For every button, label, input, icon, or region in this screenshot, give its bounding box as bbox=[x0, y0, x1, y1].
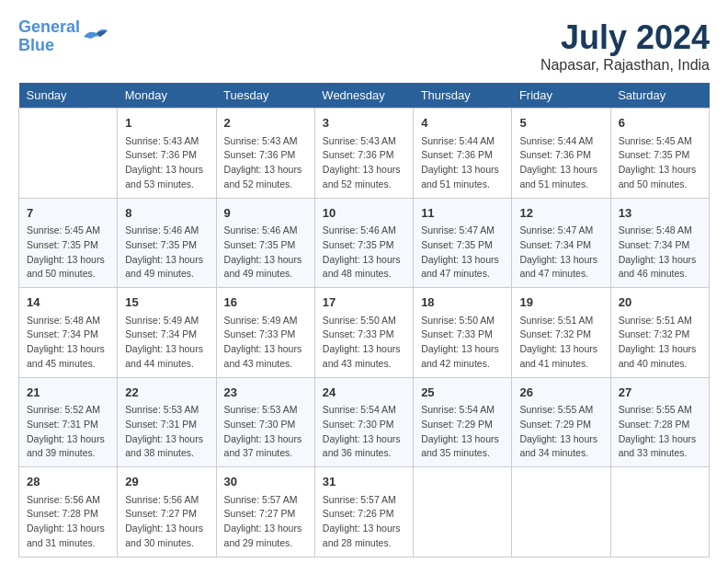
day-number: 30 bbox=[224, 473, 307, 491]
week-row-2: 7Sunrise: 5:45 AM Sunset: 7:35 PM Daylig… bbox=[19, 198, 710, 288]
day-content: Sunrise: 5:51 AM Sunset: 7:32 PM Dayligh… bbox=[619, 314, 701, 372]
day-content: Sunrise: 5:48 AM Sunset: 7:34 PM Dayligh… bbox=[27, 314, 109, 372]
day-number: 19 bbox=[519, 293, 602, 312]
day-number: 6 bbox=[619, 114, 701, 132]
day-content: Sunrise: 5:57 AM Sunset: 7:27 PM Dayligh… bbox=[224, 493, 307, 551]
day-number: 17 bbox=[323, 293, 405, 312]
header-cell-tuesday: Tuesday bbox=[216, 83, 314, 109]
day-number: 20 bbox=[619, 293, 701, 312]
day-content: Sunrise: 5:45 AM Sunset: 7:35 PM Dayligh… bbox=[27, 224, 109, 282]
page-subtitle: Napasar, Rajasthan, India bbox=[540, 57, 710, 74]
calendar-cell: 18Sunrise: 5:50 AM Sunset: 7:33 PM Dayli… bbox=[414, 288, 512, 378]
day-number: 24 bbox=[323, 384, 405, 402]
calendar-cell: 16Sunrise: 5:49 AM Sunset: 7:33 PM Dayli… bbox=[216, 288, 314, 378]
day-number: 13 bbox=[619, 204, 701, 223]
calendar-header-row: SundayMondayTuesdayWednesdayThursdayFrid… bbox=[19, 83, 710, 109]
day-content: Sunrise: 5:55 AM Sunset: 7:28 PM Dayligh… bbox=[619, 403, 701, 461]
calendar-cell: 29Sunrise: 5:56 AM Sunset: 7:27 PM Dayli… bbox=[118, 467, 216, 557]
week-row-3: 14Sunrise: 5:48 AM Sunset: 7:34 PM Dayli… bbox=[19, 288, 710, 378]
day-number: 8 bbox=[125, 204, 208, 223]
page-header: General Blue July 2024 Napasar, Rajastha… bbox=[18, 18, 710, 74]
calendar-cell: 2Sunrise: 5:43 AM Sunset: 7:36 PM Daylig… bbox=[216, 109, 314, 199]
day-number: 27 bbox=[619, 384, 701, 402]
day-number: 10 bbox=[323, 204, 405, 223]
calendar-cell bbox=[19, 109, 118, 199]
calendar-cell: 14Sunrise: 5:48 AM Sunset: 7:34 PM Dayli… bbox=[19, 288, 118, 378]
day-content: Sunrise: 5:46 AM Sunset: 7:35 PM Dayligh… bbox=[125, 224, 208, 282]
day-content: Sunrise: 5:54 AM Sunset: 7:30 PM Dayligh… bbox=[323, 403, 405, 461]
header-cell-monday: Monday bbox=[118, 83, 216, 109]
calendar-cell: 27Sunrise: 5:55 AM Sunset: 7:28 PM Dayli… bbox=[610, 377, 709, 467]
day-content: Sunrise: 5:46 AM Sunset: 7:35 PM Dayligh… bbox=[323, 224, 405, 282]
calendar-cell bbox=[512, 467, 610, 557]
calendar-table: SundayMondayTuesdayWednesdayThursdayFrid… bbox=[18, 83, 710, 557]
calendar-body: 1Sunrise: 5:43 AM Sunset: 7:36 PM Daylig… bbox=[19, 109, 710, 557]
header-cell-thursday: Thursday bbox=[414, 83, 512, 109]
day-content: Sunrise: 5:44 AM Sunset: 7:36 PM Dayligh… bbox=[421, 134, 504, 192]
day-content: Sunrise: 5:54 AM Sunset: 7:29 PM Dayligh… bbox=[421, 403, 504, 461]
day-number: 4 bbox=[421, 114, 504, 132]
day-content: Sunrise: 5:43 AM Sunset: 7:36 PM Dayligh… bbox=[125, 134, 208, 192]
day-content: Sunrise: 5:53 AM Sunset: 7:31 PM Dayligh… bbox=[125, 403, 208, 461]
day-content: Sunrise: 5:50 AM Sunset: 7:33 PM Dayligh… bbox=[421, 314, 504, 372]
calendar-cell: 15Sunrise: 5:49 AM Sunset: 7:34 PM Dayli… bbox=[118, 288, 216, 378]
calendar-cell: 9Sunrise: 5:46 AM Sunset: 7:35 PM Daylig… bbox=[216, 198, 314, 288]
day-number: 1 bbox=[125, 114, 208, 132]
day-number: 21 bbox=[27, 384, 109, 402]
header-cell-wednesday: Wednesday bbox=[314, 83, 413, 109]
day-number: 23 bbox=[224, 384, 307, 402]
day-content: Sunrise: 5:47 AM Sunset: 7:34 PM Dayligh… bbox=[519, 224, 602, 282]
day-number: 7 bbox=[27, 204, 109, 223]
day-number: 18 bbox=[421, 293, 504, 312]
calendar-cell: 31Sunrise: 5:57 AM Sunset: 7:26 PM Dayli… bbox=[314, 467, 413, 557]
calendar-cell: 21Sunrise: 5:52 AM Sunset: 7:31 PM Dayli… bbox=[19, 377, 118, 467]
day-number: 5 bbox=[519, 114, 602, 132]
week-row-1: 1Sunrise: 5:43 AM Sunset: 7:36 PM Daylig… bbox=[19, 109, 710, 199]
calendar-cell: 19Sunrise: 5:51 AM Sunset: 7:32 PM Dayli… bbox=[512, 288, 610, 378]
calendar-cell: 24Sunrise: 5:54 AM Sunset: 7:30 PM Dayli… bbox=[314, 377, 413, 467]
page-title: July 2024 bbox=[540, 18, 710, 57]
day-content: Sunrise: 5:47 AM Sunset: 7:35 PM Dayligh… bbox=[421, 224, 504, 282]
day-number: 11 bbox=[421, 204, 504, 223]
header-cell-friday: Friday bbox=[512, 83, 610, 109]
calendar-cell: 26Sunrise: 5:55 AM Sunset: 7:29 PM Dayli… bbox=[512, 377, 610, 467]
week-row-5: 28Sunrise: 5:56 AM Sunset: 7:28 PM Dayli… bbox=[19, 467, 710, 557]
day-number: 12 bbox=[519, 204, 602, 223]
day-content: Sunrise: 5:57 AM Sunset: 7:26 PM Dayligh… bbox=[323, 493, 405, 551]
day-number: 9 bbox=[224, 204, 307, 223]
calendar-cell: 11Sunrise: 5:47 AM Sunset: 7:35 PM Dayli… bbox=[414, 198, 512, 288]
day-number: 3 bbox=[323, 114, 405, 132]
calendar-cell: 12Sunrise: 5:47 AM Sunset: 7:34 PM Dayli… bbox=[512, 198, 610, 288]
calendar-cell: 1Sunrise: 5:43 AM Sunset: 7:36 PM Daylig… bbox=[118, 109, 216, 199]
day-content: Sunrise: 5:51 AM Sunset: 7:32 PM Dayligh… bbox=[519, 314, 602, 372]
calendar-cell: 28Sunrise: 5:56 AM Sunset: 7:28 PM Dayli… bbox=[19, 467, 118, 557]
day-number: 14 bbox=[27, 293, 109, 312]
day-content: Sunrise: 5:49 AM Sunset: 7:34 PM Dayligh… bbox=[125, 314, 208, 372]
day-number: 28 bbox=[27, 473, 109, 491]
calendar-cell: 4Sunrise: 5:44 AM Sunset: 7:36 PM Daylig… bbox=[414, 109, 512, 199]
calendar-cell: 23Sunrise: 5:53 AM Sunset: 7:30 PM Dayli… bbox=[216, 377, 314, 467]
day-content: Sunrise: 5:43 AM Sunset: 7:36 PM Dayligh… bbox=[224, 134, 307, 192]
day-content: Sunrise: 5:50 AM Sunset: 7:33 PM Dayligh… bbox=[323, 314, 405, 372]
week-row-4: 21Sunrise: 5:52 AM Sunset: 7:31 PM Dayli… bbox=[19, 377, 710, 467]
calendar-cell bbox=[610, 467, 709, 557]
calendar-cell: 20Sunrise: 5:51 AM Sunset: 7:32 PM Dayli… bbox=[610, 288, 709, 378]
calendar-cell bbox=[414, 467, 512, 557]
calendar-cell: 30Sunrise: 5:57 AM Sunset: 7:27 PM Dayli… bbox=[216, 467, 314, 557]
day-number: 31 bbox=[323, 473, 405, 491]
logo-text: General Blue bbox=[18, 18, 80, 55]
title-block: July 2024 Napasar, Rajasthan, India bbox=[540, 18, 710, 74]
day-content: Sunrise: 5:55 AM Sunset: 7:29 PM Dayligh… bbox=[519, 403, 602, 461]
calendar-cell: 25Sunrise: 5:54 AM Sunset: 7:29 PM Dayli… bbox=[414, 377, 512, 467]
day-content: Sunrise: 5:49 AM Sunset: 7:33 PM Dayligh… bbox=[224, 314, 307, 372]
calendar-cell: 6Sunrise: 5:45 AM Sunset: 7:35 PM Daylig… bbox=[610, 109, 709, 199]
calendar-cell: 22Sunrise: 5:53 AM Sunset: 7:31 PM Dayli… bbox=[118, 377, 216, 467]
calendar-cell: 7Sunrise: 5:45 AM Sunset: 7:35 PM Daylig… bbox=[19, 198, 118, 288]
day-content: Sunrise: 5:56 AM Sunset: 7:27 PM Dayligh… bbox=[125, 493, 208, 551]
day-number: 2 bbox=[224, 114, 307, 132]
day-number: 25 bbox=[421, 384, 504, 402]
calendar-cell: 3Sunrise: 5:43 AM Sunset: 7:36 PM Daylig… bbox=[314, 109, 413, 199]
day-content: Sunrise: 5:43 AM Sunset: 7:36 PM Dayligh… bbox=[323, 134, 405, 192]
header-cell-sunday: Sunday bbox=[19, 83, 118, 109]
day-content: Sunrise: 5:44 AM Sunset: 7:36 PM Dayligh… bbox=[519, 134, 602, 192]
